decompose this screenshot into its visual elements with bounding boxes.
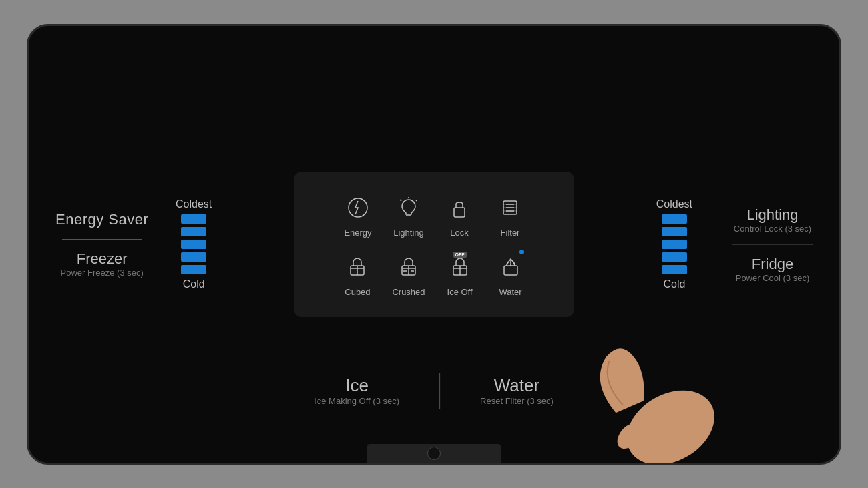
svg-line-4 (416, 200, 417, 201)
energy-saver-label: Energy Saver (55, 211, 148, 228)
lock-icon-wrapper (443, 192, 475, 224)
lock-button[interactable]: Lock (443, 192, 475, 238)
left-bar-4 (181, 252, 206, 262)
ice-bottom-subtitle: Ice Making Off (3 sec) (314, 396, 399, 406)
water-bottom-subtitle: Reset Filter (3 sec) (480, 396, 554, 406)
energy-icon-wrapper (342, 192, 374, 224)
energy-button[interactable]: Energy (342, 192, 374, 238)
right-bar-4 (662, 252, 687, 262)
lighting-button[interactable]: Lighting (393, 192, 425, 238)
lighting-title: Lighting (734, 206, 811, 223)
right-temp-bottom: Cold (663, 278, 685, 290)
right-bar-5 (662, 265, 687, 274)
cubed-label: Cubed (345, 287, 370, 297)
ice-off-label: Ice Off (447, 287, 473, 297)
left-temp-top: Coldest (176, 198, 212, 210)
left-panel: Energy Saver Freezer Power Freeze (3 sec… (55, 211, 148, 278)
freezer-subtitle: Power Freeze (3 sec) (61, 268, 144, 278)
center-panel: Energy Lighting (294, 172, 574, 317)
left-bar-2 (181, 227, 206, 236)
svg-line-3 (400, 200, 401, 201)
dispenser-strip (367, 444, 501, 463)
filter-button[interactable]: Filter (494, 192, 526, 238)
left-temp-bars (181, 214, 206, 274)
fridge-title: Fridge (736, 255, 810, 272)
left-bar-3 (181, 240, 206, 249)
water-bottom[interactable]: Water Reset Filter (3 sec) (440, 375, 594, 406)
ice-bottom-title: Ice (314, 375, 399, 396)
water-button[interactable]: Water (495, 251, 527, 297)
left-bar-5 (181, 265, 206, 274)
right-temp-top: Coldest (656, 198, 692, 210)
water-label: Water (499, 287, 521, 297)
energy-label: Energy (344, 228, 371, 238)
filter-label: Filter (501, 228, 520, 238)
appliance-panel: Energy Saver Freezer Power Freeze (3 sec… (27, 24, 841, 465)
freezer-title: Freezer (61, 250, 144, 268)
dispenser-circle (427, 447, 441, 460)
left-divider (62, 239, 142, 240)
crushed-icon-wrapper (393, 251, 425, 283)
lighting-section[interactable]: Lighting Control Lock (3 sec) (734, 206, 811, 233)
cubed-icon-wrapper (341, 251, 373, 283)
water-icon-wrapper (495, 251, 527, 283)
right-bar-1 (662, 214, 687, 224)
water-active-dot (519, 250, 524, 254)
left-temp-gauge: Coldest Cold (176, 198, 212, 290)
off-badge: OFF (453, 252, 467, 258)
crushed-button[interactable]: Crushed (392, 251, 425, 297)
water-bottom-title: Water (480, 375, 554, 396)
right-bar-2 (662, 227, 687, 236)
right-temp-gauge: Coldest Cold (656, 198, 692, 290)
right-temp-bars (662, 214, 687, 274)
control-row-1: Energy Lighting (342, 192, 526, 238)
left-bar-1 (181, 214, 206, 224)
right-panel: Lighting Control Lock (3 sec) Fridge Pow… (732, 206, 813, 282)
left-temp-bottom: Cold (183, 278, 205, 290)
ice-off-button[interactable]: OFF Ice Off (444, 251, 476, 297)
right-divider (732, 244, 813, 244)
filter-icon-wrapper (494, 192, 526, 224)
fridge-subtitle: Power Cool (3 sec) (736, 272, 810, 282)
svg-point-26 (612, 419, 646, 453)
freezer-section[interactable]: Freezer Power Freeze (3 sec) (61, 250, 144, 278)
svg-rect-24 (504, 266, 517, 275)
bottom-section: Ice Ice Making Off (3 sec) Water Reset F… (274, 373, 594, 409)
control-row-2: Cubed Crushed OFF (341, 251, 526, 297)
cubed-button[interactable]: Cubed (341, 251, 373, 297)
lock-label: Lock (450, 228, 468, 238)
lighting-icon-wrapper (393, 192, 425, 224)
lighting-subtitle: Control Lock (3 sec) (734, 223, 811, 233)
ice-bottom[interactable]: Ice Ice Making Off (3 sec) (274, 375, 439, 406)
fridge-section[interactable]: Fridge Power Cool (3 sec) (736, 255, 810, 282)
lighting-label: Lighting (393, 228, 424, 238)
ice-off-icon-wrapper: OFF (444, 251, 476, 283)
svg-point-25 (614, 375, 728, 463)
svg-rect-5 (454, 208, 465, 217)
crushed-label: Crushed (392, 287, 425, 297)
right-bar-3 (662, 240, 687, 249)
